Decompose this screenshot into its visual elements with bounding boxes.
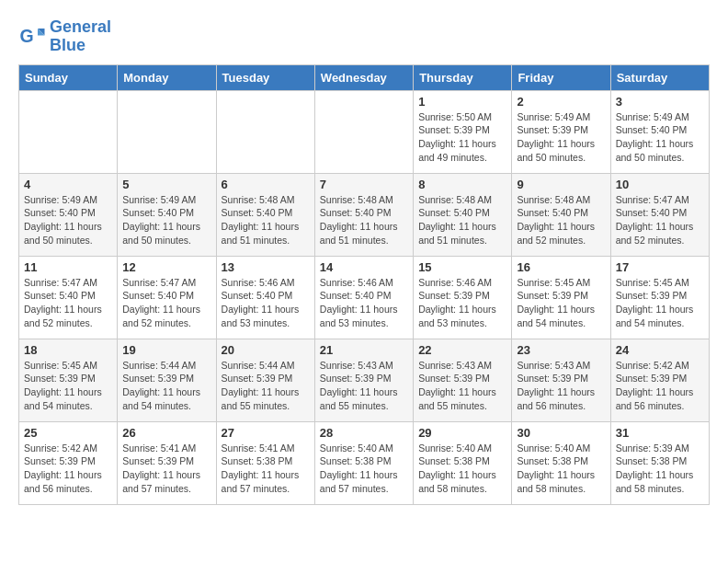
calendar-cell: 20Sunrise: 5:44 AM Sunset: 5:39 PM Dayli… bbox=[216, 339, 314, 421]
calendar-cell bbox=[19, 90, 118, 173]
day-info: Sunrise: 5:49 AM Sunset: 5:40 PM Dayligh… bbox=[24, 193, 112, 247]
weekday-header-sunday: Sunday bbox=[19, 64, 118, 90]
day-number: 28 bbox=[320, 426, 408, 440]
day-number: 17 bbox=[616, 260, 704, 274]
day-info: Sunrise: 5:48 AM Sunset: 5:40 PM Dayligh… bbox=[418, 193, 506, 247]
calendar-cell: 21Sunrise: 5:43 AM Sunset: 5:39 PM Dayli… bbox=[314, 339, 413, 421]
calendar-cell bbox=[118, 90, 216, 173]
day-number: 29 bbox=[418, 426, 506, 440]
weekday-header-wednesday: Wednesday bbox=[314, 64, 413, 90]
calendar-cell: 18Sunrise: 5:45 AM Sunset: 5:39 PM Dayli… bbox=[19, 339, 118, 421]
day-number: 22 bbox=[418, 343, 506, 357]
day-info: Sunrise: 5:48 AM Sunset: 5:40 PM Dayligh… bbox=[517, 193, 605, 247]
day-number: 3 bbox=[616, 95, 704, 109]
day-info: Sunrise: 5:46 AM Sunset: 5:39 PM Dayligh… bbox=[418, 276, 506, 330]
calendar-week-row: 11Sunrise: 5:47 AM Sunset: 5:40 PM Dayli… bbox=[19, 256, 710, 339]
weekday-header-row: SundayMondayTuesdayWednesdayThursdayFrid… bbox=[19, 64, 710, 90]
weekday-header-thursday: Thursday bbox=[414, 64, 512, 90]
day-number: 16 bbox=[517, 260, 605, 274]
weekday-header-saturday: Saturday bbox=[610, 64, 709, 90]
calendar-cell: 31Sunrise: 5:39 AM Sunset: 5:38 PM Dayli… bbox=[610, 421, 709, 504]
day-number: 13 bbox=[222, 260, 310, 274]
logo-icon: G bbox=[18, 23, 46, 51]
calendar-cell: 10Sunrise: 5:47 AM Sunset: 5:40 PM Dayli… bbox=[610, 173, 709, 256]
day-info: Sunrise: 5:47 AM Sunset: 5:40 PM Dayligh… bbox=[122, 276, 210, 330]
weekday-header-friday: Friday bbox=[512, 64, 610, 90]
day-info: Sunrise: 5:44 AM Sunset: 5:39 PM Dayligh… bbox=[122, 359, 210, 413]
day-info: Sunrise: 5:44 AM Sunset: 5:39 PM Dayligh… bbox=[222, 359, 310, 413]
day-info: Sunrise: 5:48 AM Sunset: 5:40 PM Dayligh… bbox=[320, 193, 408, 247]
day-number: 2 bbox=[517, 95, 605, 109]
day-info: Sunrise: 5:46 AM Sunset: 5:40 PM Dayligh… bbox=[320, 276, 408, 330]
calendar-cell: 27Sunrise: 5:41 AM Sunset: 5:38 PM Dayli… bbox=[216, 421, 314, 504]
day-info: Sunrise: 5:40 AM Sunset: 5:38 PM Dayligh… bbox=[418, 442, 506, 496]
day-number: 11 bbox=[24, 260, 112, 274]
calendar-cell: 15Sunrise: 5:46 AM Sunset: 5:39 PM Dayli… bbox=[414, 256, 512, 339]
day-info: Sunrise: 5:40 AM Sunset: 5:38 PM Dayligh… bbox=[320, 442, 408, 496]
weekday-header-monday: Monday bbox=[118, 64, 216, 90]
logo-text: General Blue bbox=[50, 18, 111, 55]
day-info: Sunrise: 5:49 AM Sunset: 5:40 PM Dayligh… bbox=[616, 110, 704, 165]
calendar-cell: 1Sunrise: 5:50 AM Sunset: 5:39 PM Daylig… bbox=[414, 90, 512, 173]
calendar-cell: 24Sunrise: 5:42 AM Sunset: 5:39 PM Dayli… bbox=[610, 339, 709, 421]
calendar-cell: 23Sunrise: 5:43 AM Sunset: 5:39 PM Dayli… bbox=[512, 339, 610, 421]
calendar-cell: 17Sunrise: 5:45 AM Sunset: 5:39 PM Dayli… bbox=[610, 256, 709, 339]
day-info: Sunrise: 5:48 AM Sunset: 5:40 PM Dayligh… bbox=[222, 193, 310, 247]
calendar-cell: 16Sunrise: 5:45 AM Sunset: 5:39 PM Dayli… bbox=[512, 256, 610, 339]
day-info: Sunrise: 5:50 AM Sunset: 5:39 PM Dayligh… bbox=[418, 110, 506, 165]
calendar-cell: 26Sunrise: 5:41 AM Sunset: 5:39 PM Dayli… bbox=[118, 421, 216, 504]
calendar-week-row: 4Sunrise: 5:49 AM Sunset: 5:40 PM Daylig… bbox=[19, 173, 710, 256]
day-number: 10 bbox=[616, 178, 704, 191]
calendar-cell: 3Sunrise: 5:49 AM Sunset: 5:40 PM Daylig… bbox=[610, 90, 709, 173]
day-number: 26 bbox=[122, 426, 210, 440]
day-number: 7 bbox=[320, 178, 408, 191]
calendar-cell: 28Sunrise: 5:40 AM Sunset: 5:38 PM Dayli… bbox=[314, 421, 413, 504]
calendar-table: SundayMondayTuesdayWednesdayThursdayFrid… bbox=[18, 64, 710, 505]
day-info: Sunrise: 5:41 AM Sunset: 5:38 PM Dayligh… bbox=[222, 442, 310, 496]
day-number: 12 bbox=[122, 260, 210, 274]
calendar-cell bbox=[216, 90, 314, 173]
day-number: 24 bbox=[616, 343, 704, 357]
day-number: 27 bbox=[222, 426, 310, 440]
day-number: 20 bbox=[222, 343, 310, 357]
calendar-cell: 19Sunrise: 5:44 AM Sunset: 5:39 PM Dayli… bbox=[118, 339, 216, 421]
day-number: 21 bbox=[320, 343, 408, 357]
calendar-cell: 7Sunrise: 5:48 AM Sunset: 5:40 PM Daylig… bbox=[314, 173, 413, 256]
calendar-cell: 29Sunrise: 5:40 AM Sunset: 5:38 PM Dayli… bbox=[414, 421, 512, 504]
calendar-week-row: 1Sunrise: 5:50 AM Sunset: 5:39 PM Daylig… bbox=[19, 90, 710, 173]
day-number: 25 bbox=[24, 426, 112, 440]
weekday-header-tuesday: Tuesday bbox=[216, 64, 314, 90]
day-info: Sunrise: 5:42 AM Sunset: 5:39 PM Dayligh… bbox=[24, 442, 112, 496]
page-header: G General Blue bbox=[18, 18, 710, 55]
day-number: 9 bbox=[517, 178, 605, 191]
calendar-cell: 5Sunrise: 5:49 AM Sunset: 5:40 PM Daylig… bbox=[118, 173, 216, 256]
calendar-cell: 11Sunrise: 5:47 AM Sunset: 5:40 PM Dayli… bbox=[19, 256, 118, 339]
day-info: Sunrise: 5:45 AM Sunset: 5:39 PM Dayligh… bbox=[24, 359, 112, 413]
calendar-cell: 4Sunrise: 5:49 AM Sunset: 5:40 PM Daylig… bbox=[19, 173, 118, 256]
day-info: Sunrise: 5:47 AM Sunset: 5:40 PM Dayligh… bbox=[616, 193, 704, 247]
day-info: Sunrise: 5:40 AM Sunset: 5:38 PM Dayligh… bbox=[517, 442, 605, 496]
day-info: Sunrise: 5:39 AM Sunset: 5:38 PM Dayligh… bbox=[616, 442, 704, 496]
calendar-cell: 6Sunrise: 5:48 AM Sunset: 5:40 PM Daylig… bbox=[216, 173, 314, 256]
calendar-week-row: 25Sunrise: 5:42 AM Sunset: 5:39 PM Dayli… bbox=[19, 421, 710, 504]
day-info: Sunrise: 5:47 AM Sunset: 5:40 PM Dayligh… bbox=[24, 276, 112, 330]
day-info: Sunrise: 5:43 AM Sunset: 5:39 PM Dayligh… bbox=[320, 359, 408, 413]
day-number: 30 bbox=[517, 426, 605, 440]
calendar-cell: 22Sunrise: 5:43 AM Sunset: 5:39 PM Dayli… bbox=[414, 339, 512, 421]
calendar-week-row: 18Sunrise: 5:45 AM Sunset: 5:39 PM Dayli… bbox=[19, 339, 710, 421]
day-number: 4 bbox=[24, 178, 112, 191]
day-number: 14 bbox=[320, 260, 408, 274]
day-number: 18 bbox=[24, 343, 112, 357]
day-number: 5 bbox=[122, 178, 210, 191]
calendar-cell: 8Sunrise: 5:48 AM Sunset: 5:40 PM Daylig… bbox=[414, 173, 512, 256]
day-info: Sunrise: 5:42 AM Sunset: 5:39 PM Dayligh… bbox=[616, 359, 704, 413]
day-info: Sunrise: 5:49 AM Sunset: 5:39 PM Dayligh… bbox=[517, 110, 605, 165]
calendar-cell: 12Sunrise: 5:47 AM Sunset: 5:40 PM Dayli… bbox=[118, 256, 216, 339]
day-info: Sunrise: 5:45 AM Sunset: 5:39 PM Dayligh… bbox=[517, 276, 605, 330]
day-info: Sunrise: 5:41 AM Sunset: 5:39 PM Dayligh… bbox=[122, 442, 210, 496]
calendar-cell: 30Sunrise: 5:40 AM Sunset: 5:38 PM Dayli… bbox=[512, 421, 610, 504]
svg-text:G: G bbox=[20, 26, 34, 46]
day-info: Sunrise: 5:45 AM Sunset: 5:39 PM Dayligh… bbox=[616, 276, 704, 330]
day-info: Sunrise: 5:46 AM Sunset: 5:40 PM Dayligh… bbox=[222, 276, 310, 330]
calendar-cell: 13Sunrise: 5:46 AM Sunset: 5:40 PM Dayli… bbox=[216, 256, 314, 339]
